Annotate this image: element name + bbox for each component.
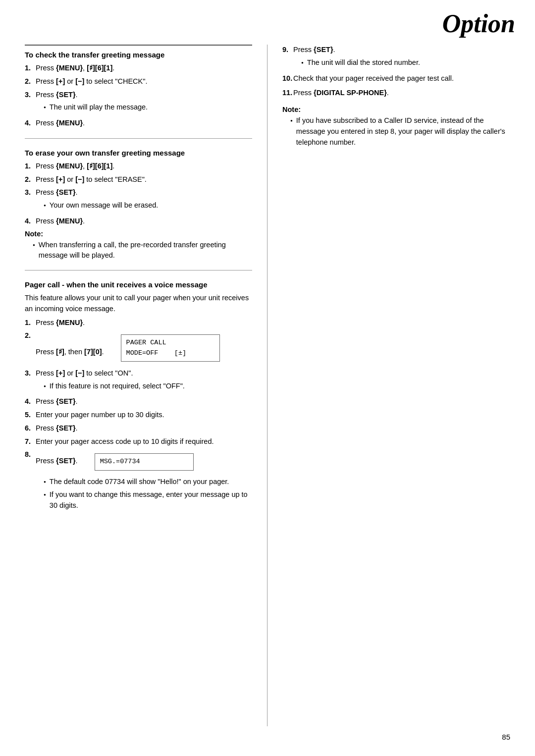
- step-content: Press [♯], then [7][0]. PAGER CALLMODE=O…: [36, 330, 252, 366]
- bullet-item: Your own message will be erased.: [44, 200, 252, 211]
- step-num: 8.: [25, 449, 36, 460]
- step-content: Press {SET}.: [36, 396, 252, 407]
- kbd-minus: [−]: [75, 369, 84, 377]
- kbd-plus: [+]: [56, 175, 65, 183]
- kbd-digital-sp: {DIGITAL SP-PHONE}: [314, 89, 387, 97]
- step-content: Press [+] or [−] to select "CHECK".: [36, 76, 252, 87]
- step-bullets: If this feature is not required, select …: [44, 381, 252, 392]
- step8-bullets: The default code 07734 will show "Hello!…: [44, 477, 252, 511]
- step-num: 7.: [25, 436, 36, 447]
- step-9: 9. Press {SET}. The unit will dial the s…: [282, 45, 510, 71]
- kbd-set: {SET}: [56, 397, 76, 405]
- kbd-code: [♯][6][1]: [87, 64, 112, 72]
- step-num: 1.: [25, 161, 36, 172]
- step-bullets: The unit will play the message.: [44, 102, 252, 113]
- step-content: Press {SET}. Your own message will be er…: [36, 187, 252, 214]
- step-num: 3.: [25, 368, 36, 379]
- section-pager-title: Pager call - when the unit receives a vo…: [25, 279, 252, 290]
- erase-steps: 1. Press {MENU}, [♯][6][1]. 2. Press [+]…: [25, 161, 252, 227]
- note-label-right: Note:: [282, 106, 510, 113]
- step-content: Press [+] or [−] to select "ERASE".: [36, 174, 252, 185]
- note-bullet: If you have subscribed to a Caller ID se…: [290, 115, 510, 148]
- step-3: 3. Press [+] or [−] to select "ON". If t…: [25, 368, 252, 394]
- step-6: 6. Press {SET}.: [25, 423, 252, 434]
- step-4: 4. Press {MENU}.: [25, 118, 252, 129]
- kbd-set: {SET}: [56, 91, 76, 99]
- kbd-menu: {MENU}: [56, 64, 83, 72]
- screen-display-2: MSG.=07734: [95, 453, 194, 470]
- right-column: 9. Press {SET}. The unit will dial the s…: [268, 45, 510, 726]
- section-pager-desc: This feature allows your unit to call yo…: [25, 293, 252, 315]
- step-content: Press {MENU}.: [36, 216, 252, 227]
- step-4: 4. Press {SET}.: [25, 396, 252, 407]
- step-num: 4.: [25, 216, 36, 227]
- step-num: 4.: [25, 118, 36, 129]
- step-1: 1. Press {MENU}, [♯][6][1].: [25, 63, 252, 74]
- section-pager-call: Pager call - when the unit receives a vo…: [25, 279, 252, 523]
- step-content: Press {MENU}, [♯][6][1].: [36, 161, 252, 172]
- step-content: Press {DIGITAL SP-PHONE}.: [293, 88, 510, 99]
- step-content: Enter your pager access code up to 10 di…: [36, 436, 252, 447]
- step-1: 1. Press {MENU}, [♯][6][1].: [25, 161, 252, 172]
- kbd-minus: [−]: [75, 77, 84, 85]
- page-title: Option: [442, 9, 515, 38]
- kbd-set: {SET}: [56, 457, 76, 465]
- bullet-item: If you want to change this message, ente…: [44, 489, 252, 511]
- kbd-set: {SET}: [56, 424, 76, 432]
- step-bullets: Your own message will be erased.: [44, 200, 252, 211]
- step-num: 5.: [25, 410, 36, 421]
- left-column: To check the transfer greeting message 1…: [25, 45, 268, 726]
- bullet-item: The unit will dial the stored number.: [301, 57, 510, 68]
- section-check-title: To check the transfer greeting message: [25, 50, 252, 60]
- check-steps: 1. Press {MENU}, [♯][6][1]. 2. Press [+]…: [25, 63, 252, 129]
- page-number: 85: [502, 733, 510, 741]
- step-content: Press {SET}.: [36, 423, 252, 434]
- kbd-minus: [−]: [75, 175, 84, 183]
- step-8: 8. Press {SET}. MSG.=07734 The default c…: [25, 449, 252, 514]
- step-content: Press {SET}. MSG.=07734 The default code…: [36, 449, 252, 514]
- section-erase-greeting: To erase your own transfer greeting mess…: [25, 148, 252, 270]
- kbd-hash: [♯]: [56, 348, 64, 356]
- step-content: Enter your pager number up to 30 digits.: [36, 410, 252, 421]
- step9-bullets: The unit will dial the stored number.: [301, 57, 510, 68]
- step-num: 2.: [25, 330, 36, 341]
- kbd-set: {SET}: [314, 46, 333, 54]
- step-content: Press {SET}. The unit will play the mess…: [36, 90, 252, 116]
- content-area: To check the transfer greeting message 1…: [25, 45, 510, 726]
- step-3: 3. Press {SET}. The unit will play the m…: [25, 90, 252, 116]
- kbd-plus: [+]: [56, 77, 65, 85]
- step-num: 3.: [25, 90, 36, 101]
- kbd-menu: {MENU}: [56, 162, 83, 170]
- section-check-greeting: To check the transfer greeting message 1…: [25, 45, 252, 139]
- section-erase-title: To erase your own transfer greeting mess…: [25, 148, 252, 158]
- kbd-menu: {MENU}: [56, 319, 83, 326]
- step-4: 4. Press {MENU}.: [25, 216, 252, 227]
- kbd-menu: {MENU}: [56, 119, 83, 127]
- right-note-bullets: If you have subscribed to a Caller ID se…: [290, 115, 510, 148]
- pager-steps: 1. Press {MENU}. 2. Press [♯], then [7][…: [25, 318, 252, 514]
- kbd-plus: [+]: [56, 369, 65, 377]
- step-2: 2. Press [♯], then [7][0]. PAGER CALLMOD…: [25, 330, 252, 366]
- step-1: 1. Press {MENU}.: [25, 318, 252, 328]
- step-num: 1.: [25, 318, 36, 328]
- step-num: 3.: [25, 187, 36, 198]
- step-5: 5. Enter your pager number up to 30 digi…: [25, 410, 252, 421]
- note-label: Note:: [25, 230, 252, 238]
- step-content: Press {SET}. The unit will dial the stor…: [293, 45, 510, 71]
- step-num: 2.: [25, 174, 36, 185]
- screen-display-1: PAGER CALLMODE=OFF [±]: [121, 334, 220, 362]
- step-num: 2.: [25, 76, 36, 87]
- step-content: Press [+] or [−] to select "ON". If this…: [36, 368, 252, 394]
- step-num: 10.: [282, 73, 293, 84]
- step-num: 4.: [25, 396, 36, 407]
- step-num: 9.: [282, 45, 293, 55]
- kbd-70: [7][0]: [84, 348, 102, 356]
- kbd-set: {SET}: [56, 188, 76, 196]
- note-bullet: When transferring a call, the pre-record…: [33, 240, 252, 262]
- step-3: 3. Press {SET}. Your own message will be…: [25, 187, 252, 214]
- kbd-code: [♯][6][1]: [87, 162, 112, 170]
- step-2: 2. Press [+] or [−] to select "CHECK".: [25, 76, 252, 87]
- step-2: 2. Press [+] or [−] to select "ERASE".: [25, 174, 252, 185]
- step-content: Press {MENU}.: [36, 118, 252, 129]
- step-7: 7. Enter your pager access code up to 10…: [25, 436, 252, 447]
